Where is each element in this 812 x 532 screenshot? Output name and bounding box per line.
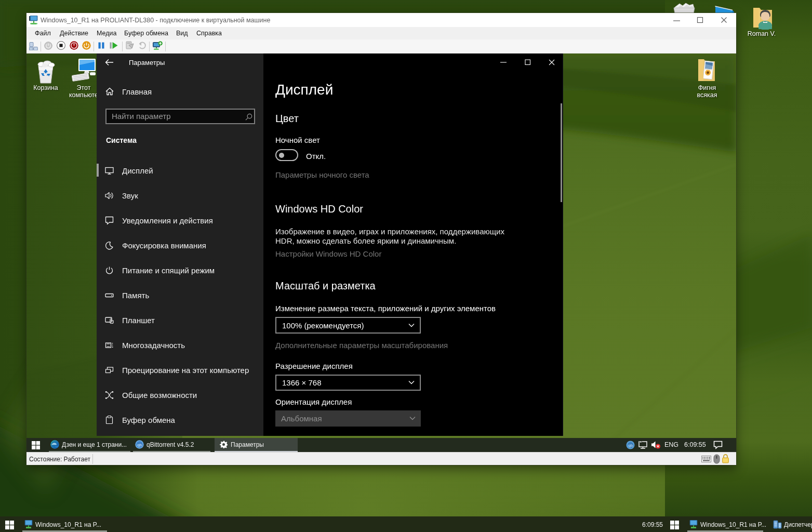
svg-text:qb: qb bbox=[628, 443, 633, 448]
svg-text:qb: qb bbox=[137, 443, 142, 447]
